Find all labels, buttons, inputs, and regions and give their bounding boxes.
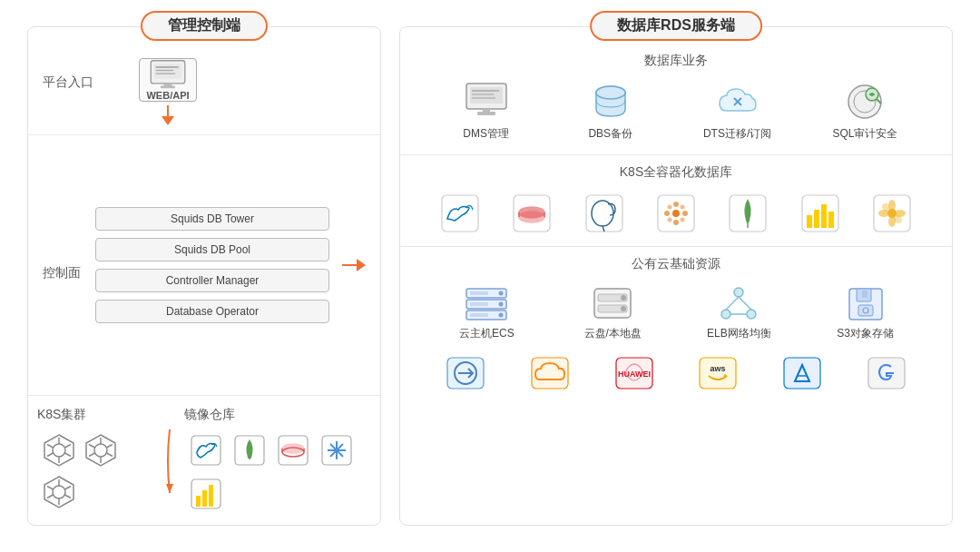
svg-rect-87 xyxy=(807,215,812,228)
k8s-cluster-section: K8S集群 xyxy=(37,407,155,514)
svg-rect-49 xyxy=(470,87,503,104)
svg-line-19 xyxy=(89,445,95,448)
mysql-item xyxy=(428,193,492,233)
k8s-icons xyxy=(37,429,155,514)
redis-item xyxy=(500,193,564,233)
s3-item: S3对象存储 xyxy=(834,285,897,341)
svg-rect-46 xyxy=(202,490,207,507)
svg-line-13 xyxy=(47,453,54,457)
svg-point-83 xyxy=(680,218,684,222)
argo-item xyxy=(644,193,708,233)
ctrl-box-1: Squids DB Pool xyxy=(95,238,329,261)
svg-line-14 xyxy=(65,445,72,448)
web-api-box: WEB/API xyxy=(139,58,197,125)
svg-point-68 xyxy=(519,207,544,218)
dts-label: DTS迁移/订阅 xyxy=(703,126,771,142)
platform-row: 平台入口 xyxy=(28,44,380,135)
svg-rect-1 xyxy=(154,64,181,78)
k8s-db-icons xyxy=(415,190,937,237)
svg-rect-106 xyxy=(470,302,488,306)
control-row: 控制面 Squids DB Tower Squids DB Pool Contr… xyxy=(28,135,380,396)
arrow-down-line xyxy=(167,105,169,116)
svg-line-11 xyxy=(47,445,54,448)
mirror-mongo-icon xyxy=(231,432,268,468)
left-panel: 管理控制端 平台入口 xyxy=(27,26,381,526)
svg-line-116 xyxy=(726,297,739,310)
svg-line-27 xyxy=(47,487,54,490)
ctrl-box-3: Database Operator xyxy=(95,300,329,323)
bottom-row: K8S集群 xyxy=(28,396,380,525)
k8s-icon-2 xyxy=(83,432,119,468)
svg-point-78 xyxy=(664,211,670,216)
cloud-title: 公有云基础资源 xyxy=(415,256,937,272)
control-label: 控制面 xyxy=(43,249,86,281)
svg-line-12 xyxy=(65,453,72,457)
svg-rect-65 xyxy=(442,195,478,232)
svg-point-75 xyxy=(672,210,680,217)
svg-rect-45 xyxy=(196,496,201,507)
svg-rect-105 xyxy=(470,291,488,295)
k8s-icon-3 xyxy=(41,474,77,510)
svg-rect-89 xyxy=(821,204,827,228)
ctrl-box-0: Squids DB Tower xyxy=(95,207,329,231)
svg-point-113 xyxy=(734,288,743,297)
svg-point-36 xyxy=(282,444,304,453)
cloud-row1: 云主机ECS 云盘/本地盘 xyxy=(415,281,937,345)
k8s-cluster-label: K8S集群 xyxy=(37,407,155,423)
svg-point-103 xyxy=(499,302,504,307)
svg-rect-108 xyxy=(594,289,631,318)
svg-point-82 xyxy=(667,218,671,222)
svg-point-8 xyxy=(53,444,65,457)
svg-line-117 xyxy=(739,297,751,310)
sql-label: SQL审计安全 xyxy=(832,126,897,142)
db-business-title: 数据库业务 xyxy=(415,53,937,69)
svg-rect-129 xyxy=(700,358,736,389)
postgres-item xyxy=(573,193,636,233)
platform-label: 平台入口 xyxy=(43,58,93,91)
svg-rect-47 xyxy=(209,485,213,507)
mirror-redis-icon xyxy=(275,432,311,468)
mongodb-item xyxy=(716,193,779,233)
svg-point-110 xyxy=(621,295,626,301)
svg-line-21 xyxy=(89,453,95,457)
elb-item: ELB网络均衡 xyxy=(707,285,771,341)
svg-rect-88 xyxy=(814,210,819,228)
svg-point-63 xyxy=(870,93,874,96)
svg-point-80 xyxy=(667,205,671,210)
azure-item xyxy=(770,356,834,390)
curve-arrow xyxy=(164,407,175,516)
svg-point-79 xyxy=(682,211,688,216)
arrow-down xyxy=(162,116,174,125)
right-panel-header: 数据库RDS服务端 xyxy=(590,11,762,41)
svg-rect-90 xyxy=(828,212,834,228)
es-item xyxy=(860,193,924,233)
cloudbase-item xyxy=(434,356,497,390)
arrow-right xyxy=(357,259,366,271)
k8s-db-section: K8S全容器化数据库 xyxy=(400,155,952,247)
svg-point-102 xyxy=(499,291,504,296)
svg-line-73 xyxy=(603,226,604,232)
arrow-right-line xyxy=(342,264,357,266)
ecs-item: 云主机ECS xyxy=(455,285,518,341)
db-business-section: 数据库业务 DMS管理 xyxy=(400,44,952,155)
google-item xyxy=(855,356,918,390)
svg-rect-54 xyxy=(477,112,495,115)
mirror-icons xyxy=(184,429,371,516)
dms-item: DMS管理 xyxy=(455,82,518,142)
mirror-label: 镜像仓库 xyxy=(184,407,371,423)
svg-rect-123 xyxy=(862,291,867,298)
elb-label: ELB网络均衡 xyxy=(707,326,771,341)
db-business-icons: DMS管理 DBS备份 xyxy=(415,78,937,145)
clickhouse-item xyxy=(789,193,852,233)
k8s-icon-1 xyxy=(41,432,77,468)
mirror-mysql-icon xyxy=(188,432,224,468)
svg-rect-107 xyxy=(470,313,488,317)
svg-point-104 xyxy=(499,313,504,318)
dms-label: DMS管理 xyxy=(463,126,509,142)
svg-point-115 xyxy=(747,310,756,319)
svg-point-76 xyxy=(673,202,679,207)
disk-item: 云盘/本地盘 xyxy=(581,285,644,341)
svg-point-81 xyxy=(680,205,684,210)
svg-text:HUAWEI: HUAWEI xyxy=(618,370,651,379)
svg-point-112 xyxy=(621,306,626,311)
